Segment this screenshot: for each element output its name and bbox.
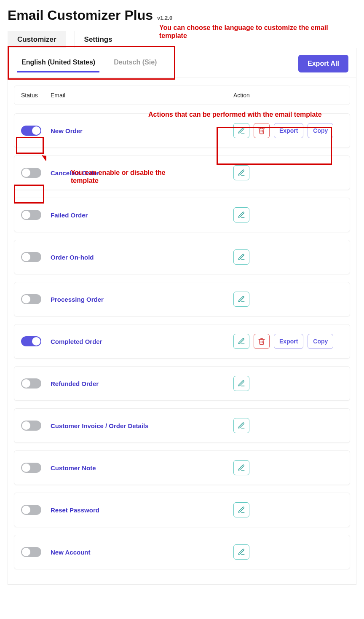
template-row: New OrderExportCopy — [14, 113, 350, 148]
template-row: Order On-hold — [14, 240, 350, 274]
status-toggle[interactable] — [21, 336, 41, 346]
pencil-icon — [238, 338, 245, 345]
edit-button[interactable] — [233, 292, 249, 307]
template-row: Failed Order — [14, 198, 350, 232]
action-cell — [233, 418, 343, 433]
pencil-icon — [238, 506, 245, 514]
status-toggle[interactable] — [21, 421, 41, 431]
pencil-icon — [238, 548, 245, 556]
pencil-icon — [238, 253, 245, 261]
language-tabs: English (United States)Deutsch (Sie) — [13, 55, 161, 72]
edit-button[interactable] — [233, 502, 249, 517]
status-toggle[interactable] — [21, 294, 41, 304]
pencil-icon — [238, 295, 245, 303]
action-cell — [233, 460, 343, 475]
template-name[interactable]: Processing Order — [51, 296, 233, 303]
status-toggle[interactable] — [21, 210, 41, 220]
action-cell — [233, 249, 343, 265]
pencil-icon — [238, 169, 245, 177]
delete-button[interactable] — [254, 123, 270, 138]
edit-button[interactable] — [233, 165, 249, 180]
status-toggle[interactable] — [21, 505, 41, 515]
col-header-email: Email — [51, 92, 233, 99]
action-cell — [233, 207, 343, 222]
tab-customizer[interactable]: Customizer — [8, 31, 66, 48]
template-name[interactable]: New Account — [51, 549, 233, 556]
page-header: Email Customizer Plus v1.2.0 — [8, 8, 356, 23]
template-row: Reset Password — [14, 493, 350, 527]
export-button[interactable]: Export — [274, 123, 303, 138]
action-cell — [233, 544, 343, 560]
template-name[interactable]: Failed Order — [51, 212, 233, 219]
edit-button[interactable] — [233, 376, 249, 391]
version-label: v1.2.0 — [157, 15, 172, 21]
template-row: Cancelled Order — [14, 155, 350, 190]
edit-button[interactable] — [233, 418, 249, 433]
edit-button[interactable] — [233, 544, 249, 560]
edit-button[interactable] — [233, 460, 249, 475]
tab-settings[interactable]: Settings — [75, 31, 122, 48]
table-header: Status Email Action — [14, 86, 350, 105]
export-button[interactable]: Export — [274, 334, 303, 349]
template-row: Customer Invoice / Order Details — [14, 408, 350, 443]
template-name[interactable]: New Order — [51, 127, 233, 134]
action-cell: ExportCopy — [233, 123, 343, 138]
action-cell — [233, 292, 343, 307]
edit-button[interactable] — [233, 207, 249, 222]
template-name[interactable]: Completed Order — [51, 338, 233, 345]
status-toggle[interactable] — [21, 547, 41, 557]
pencil-icon — [238, 127, 245, 134]
trash-icon — [258, 127, 265, 134]
edit-button[interactable] — [233, 123, 249, 138]
template-name[interactable]: Refunded Order — [51, 380, 233, 387]
status-toggle[interactable] — [21, 126, 41, 136]
pencil-icon — [238, 380, 245, 387]
edit-button[interactable] — [233, 249, 249, 265]
template-row: Refunded Order — [14, 366, 350, 401]
col-header-status: Status — [21, 92, 51, 99]
template-row: New Account — [14, 535, 350, 569]
delete-button[interactable] — [254, 334, 270, 349]
pencil-icon — [238, 464, 245, 472]
template-name[interactable]: Order On-hold — [51, 254, 233, 261]
language-tab[interactable]: Deutsch (Sie) — [110, 55, 161, 72]
col-header-action: Action — [233, 92, 343, 99]
template-row: Processing Order — [14, 282, 350, 316]
export-all-button[interactable]: Export All — [298, 55, 348, 72]
template-name[interactable]: Customer Note — [51, 464, 233, 472]
trash-icon — [258, 338, 265, 345]
copy-button[interactable]: Copy — [308, 123, 333, 138]
template-name[interactable]: Reset Password — [51, 506, 233, 514]
customizer-panel: English (United States)Deutsch (Sie) Exp… — [8, 48, 356, 585]
action-cell — [233, 165, 343, 180]
status-toggle[interactable] — [21, 252, 41, 262]
action-cell: ExportCopy — [233, 334, 343, 349]
template-row: Completed OrderExportCopy — [14, 324, 350, 359]
action-cell — [233, 376, 343, 391]
template-name[interactable]: Customer Invoice / Order Details — [51, 422, 233, 429]
page-title: Email Customizer Plus — [8, 8, 153, 23]
status-toggle[interactable] — [21, 378, 41, 389]
template-row: Customer Note — [14, 450, 350, 485]
copy-button[interactable]: Copy — [308, 334, 333, 349]
template-name[interactable]: Cancelled Order — [51, 169, 233, 177]
status-toggle[interactable] — [21, 463, 41, 473]
status-toggle[interactable] — [21, 168, 41, 178]
pencil-icon — [238, 422, 245, 429]
language-tab[interactable]: English (United States) — [17, 55, 99, 72]
action-cell — [233, 502, 343, 517]
top-tabs: Customizer Settings — [8, 31, 356, 48]
edit-button[interactable] — [233, 334, 249, 349]
pencil-icon — [238, 211, 245, 219]
